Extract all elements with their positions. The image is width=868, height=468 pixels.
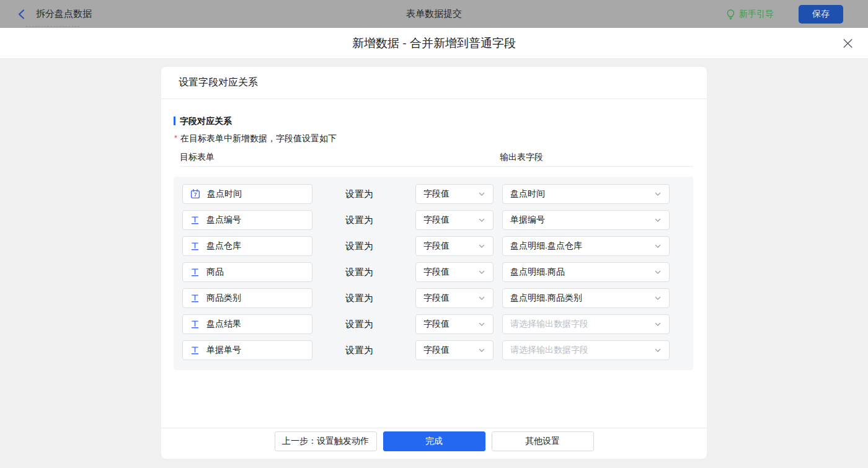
required-note: * 在目标表单中新增数据，字段值设置如下 (174, 133, 693, 143)
output-field-select[interactable]: 盘点明细.盘点仓库 (502, 236, 670, 256)
chevron-down-icon (654, 294, 662, 302)
text-field-icon (190, 215, 200, 225)
text-field-icon (190, 267, 200, 277)
mapping-row: 盘点编号 设置为 字段值 单据编号 (182, 210, 684, 230)
section-marker (174, 117, 175, 125)
mapping-row: 7 盘点时间 设置为 字段值 盘点时间 (182, 184, 684, 204)
set-as-label: 设置为 (345, 267, 373, 277)
chevron-down-icon (654, 216, 662, 224)
chevron-down-icon (478, 347, 485, 354)
column-output-field: 输出表字段 (500, 152, 543, 166)
mapping-row: 单据单号 设置为 字段值 请选择输出数据字段 (182, 340, 684, 360)
target-field-box: 7 盘点时间 (182, 184, 312, 204)
value-type-select[interactable]: 字段值 (415, 262, 494, 282)
target-field-label: 盘点时间 (207, 188, 242, 200)
flow-title-underline (26, 26, 79, 27)
value-type-select[interactable]: 字段值 (415, 314, 494, 334)
card-footer: 上一步：设置触发动作 完成 其他设置 (161, 428, 707, 459)
target-field-box: 盘点结果 (182, 314, 312, 334)
chevron-down-icon (478, 294, 485, 302)
value-type-select[interactable]: 字段值 (415, 184, 494, 204)
prev-step-button[interactable]: 上一步：设置触发动作 (275, 431, 377, 451)
app-topbar: 拆分盘点数据 表单数据提交 新手引导 保存 (0, 0, 868, 28)
chevron-down-icon (654, 320, 662, 328)
other-settings-button[interactable]: 其他设置 (492, 431, 594, 451)
output-field-select[interactable]: 盘点明细.商品 (502, 262, 670, 282)
mapping-panel: 7 盘点时间 设置为 字段值 盘点时间 盘点编号 设置为 字段值 (174, 177, 693, 370)
chevron-down-icon (654, 242, 662, 250)
chevron-down-icon (654, 268, 662, 276)
target-field-box: 盘点仓库 (182, 236, 312, 256)
flow-title[interactable]: 拆分盘点数据 (36, 8, 92, 20)
target-field-box: 商品 (182, 262, 312, 282)
close-icon[interactable] (843, 38, 853, 48)
value-type-select[interactable]: 字段值 (415, 236, 494, 256)
set-as-label: 设置为 (345, 241, 373, 251)
output-field-select[interactable]: 请选择输出数据字段 (502, 314, 670, 334)
target-field-label: 单据单号 (206, 345, 241, 356)
mapping-row: 盘点仓库 设置为 字段值 盘点明细.盘点仓库 (182, 236, 684, 256)
modal-title: 新增数据 - 合并新增到普通字段 (352, 35, 516, 51)
target-field-label: 盘点结果 (206, 319, 241, 330)
set-as-label: 设置为 (345, 188, 373, 199)
column-target-form: 目标表单 (180, 152, 500, 166)
mapping-row: 盘点结果 设置为 字段值 请选择输出数据字段 (182, 314, 684, 334)
chevron-down-icon (478, 320, 485, 328)
target-field-box: 盘点编号 (182, 210, 312, 230)
chevron-down-icon (654, 190, 662, 198)
text-field-icon (190, 319, 200, 329)
value-type-select[interactable]: 字段值 (415, 288, 494, 308)
calendar-icon: 7 (190, 189, 200, 199)
section-title: 字段对应关系 (174, 116, 693, 126)
target-field-box: 单据单号 (182, 340, 312, 360)
output-field-select[interactable]: 盘点明细.商品类别 (502, 288, 670, 308)
set-as-label: 设置为 (345, 345, 373, 355)
lightbulb-icon (726, 9, 735, 20)
mapping-row: 商品 设置为 字段值 盘点明细.商品 (182, 262, 684, 282)
chevron-down-icon (654, 347, 662, 354)
set-as-label: 设置为 (345, 293, 373, 303)
chevron-down-icon (478, 216, 485, 224)
text-field-icon (190, 293, 200, 303)
set-as-label: 设置为 (345, 319, 373, 329)
settings-card: 设置字段对应关系 字段对应关系 * 在目标表单中新增数据，字段值设置如下 目标表… (161, 67, 707, 459)
save-button[interactable]: 保存 (799, 5, 843, 24)
output-field-select[interactable]: 盘点时间 (502, 184, 670, 204)
target-field-label: 盘点仓库 (206, 241, 241, 252)
card-title: 设置字段对应关系 (161, 67, 707, 99)
target-field-box: 商品类别 (182, 288, 312, 308)
modal-body: 设置字段对应关系 字段对应关系 * 在目标表单中新增数据，字段值设置如下 目标表… (0, 59, 868, 467)
value-type-select[interactable]: 字段值 (415, 340, 494, 360)
target-field-label: 商品类别 (206, 293, 241, 304)
column-headers: 目标表单 输出表字段 (180, 152, 693, 167)
output-field-select[interactable]: 请选择输出数据字段 (502, 340, 670, 360)
modal-header: 新增数据 - 合并新增到普通字段 (0, 28, 868, 59)
text-field-icon (190, 345, 200, 355)
target-field-label: 商品 (206, 267, 224, 278)
target-field-label: 盘点编号 (206, 214, 241, 226)
back-group[interactable]: 拆分盘点数据 (16, 0, 92, 28)
chevron-down-icon (478, 268, 485, 276)
mapping-row: 商品类别 设置为 字段值 盘点明细.商品类别 (182, 288, 684, 308)
beginner-guide-link[interactable]: 新手引导 (726, 9, 774, 20)
topbar-title: 表单数据提交 (406, 8, 462, 20)
svg-text:7: 7 (194, 192, 197, 198)
required-asterisk: * (174, 133, 177, 143)
chevron-down-icon (478, 190, 485, 198)
back-icon[interactable] (16, 9, 27, 20)
output-field-select[interactable]: 单据编号 (502, 210, 670, 230)
set-as-label: 设置为 (345, 214, 373, 225)
text-field-icon (190, 241, 200, 251)
done-button[interactable]: 完成 (383, 431, 485, 451)
value-type-select[interactable]: 字段值 (415, 210, 494, 230)
chevron-down-icon (478, 242, 485, 250)
